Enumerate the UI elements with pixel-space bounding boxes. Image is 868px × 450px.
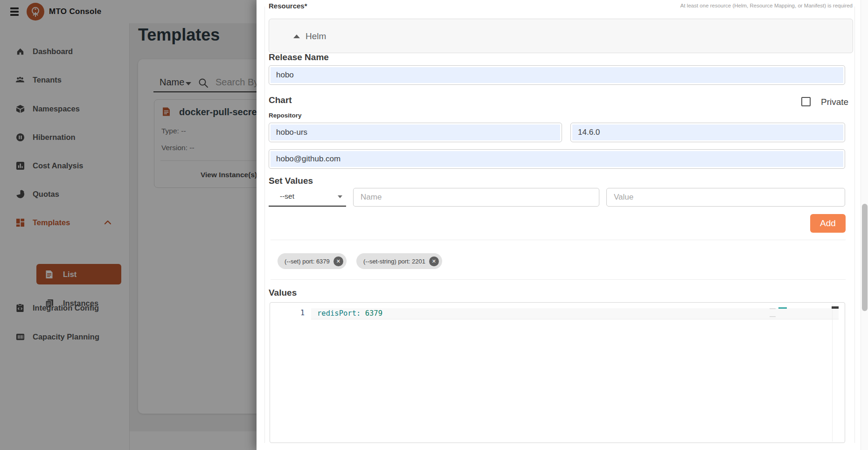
set-value-chip: (--set) port: 6379 ✕ [278,253,347,269]
helm-accordion-header[interactable]: Helm [269,19,853,53]
helm-accordion-label: Helm [306,31,326,42]
add-button[interactable]: Add [810,214,846,233]
yaml-key-token: redisPort: [317,309,361,318]
form-right-border [854,7,855,443]
editor-code-line: redisPort: 6379 [317,309,382,318]
chip-label: (--set-string) port: 2201 [363,258,425,265]
private-checkbox-label: Private [821,97,848,107]
minimap-code-line [778,307,787,309]
release-name-input[interactable] [269,65,845,85]
resource-form-drawer: Resources* At least one resource (Helm, … [257,0,868,450]
set-flag-selected-value: --set [280,192,294,201]
divider [271,240,846,240]
chevron-down-icon [338,195,342,198]
yaml-number-token: 6379 [361,309,382,318]
minimap-slider[interactable] [832,306,839,309]
set-value-input[interactable] [606,188,845,207]
repo-url-input[interactable] [269,149,845,169]
set-name-input[interactable] [353,188,599,207]
set-flag-select[interactable]: --set [269,188,346,207]
set-value-chip: (--set-string) port: 2201 ✕ [356,253,442,269]
repo-version-input[interactable] [570,123,845,142]
private-checkbox[interactable] [801,97,811,106]
form-left-border [264,7,265,443]
collapse-arrow-icon [293,35,300,38]
set-values-label: Set Values [269,176,313,186]
chip-label: (--set) port: 6379 [285,258,330,265]
scrollbar-thumb[interactable] [862,204,868,311]
minimap-border [832,305,833,442]
resources-requirement-note: At least one resource (Helm, Resource Ma… [681,3,853,8]
editor-active-line [311,308,839,319]
chip-remove-icon[interactable]: ✕ [429,256,439,266]
page-scrollbar[interactable] [861,0,868,450]
editor-line-number: 1 [297,309,305,317]
chart-label: Chart [269,95,292,105]
values-code-editor[interactable]: 1 redisPort: 6379 [270,302,845,443]
release-name-label: Release Name [269,52,329,62]
divider [271,279,846,280]
resources-section-title: Resources* [269,2,307,10]
values-label: Values [269,288,297,298]
minimap-dash [770,316,776,317]
chip-remove-icon[interactable]: ✕ [333,256,343,266]
repo-name-input[interactable] [269,123,562,142]
minimap-dash [770,308,776,309]
repository-label: Repository [269,112,302,119]
